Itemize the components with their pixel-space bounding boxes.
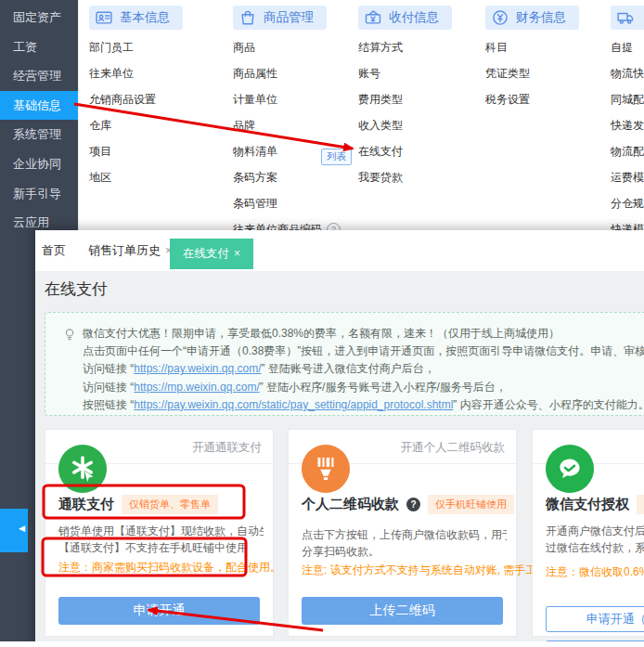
sidebar-item-5[interactable]: 企业协同: [0, 149, 78, 179]
menu-item[interactable]: 项目: [89, 139, 238, 165]
finance-icon: [491, 8, 509, 27]
shopping-bag-icon: [238, 8, 257, 27]
notice-line: 微信支付大优惠！限期申请，享受最低0.38%的费率，名额有限，速来！（仅用于线上…: [83, 325, 644, 343]
truck-icon: [616, 8, 635, 27]
page-title: 在线支付: [45, 278, 108, 300]
card-note: 注意：微信收取0.6%的手续费: [546, 564, 644, 580]
sidebar-item-1[interactable]: 工资: [0, 32, 78, 62]
menu-item[interactable]: 部门员工: [89, 35, 238, 61]
card-note: 注意: 该支付方式不支持与系统自动对账, 需手工添加: [302, 563, 559, 578]
menu-item[interactable]: 账号: [358, 61, 507, 87]
menu-column-4: 自提物流快同城配快递发物流配运费模分仓规快递模: [611, 0, 644, 242]
menu-column-0: 基本信息部门员工往来单位允销商品设置仓库项目地区: [89, 0, 238, 190]
card-description: 开通商户微信支付后，将微信 过微信在线付款，系统会直接: [546, 523, 644, 556]
menu-item[interactable]: 仓库: [89, 113, 238, 139]
help-icon[interactable]: ?: [406, 498, 420, 511]
tab-active-2[interactable]: 在线支付×: [170, 239, 253, 269]
notice-line: 点击页面中任何一个“申请开通（0.38费率）”按钮，进入到申请开通页面，按照页面…: [83, 343, 644, 360]
menu-item[interactable]: 地区: [89, 164, 238, 190]
id-card-icon: [95, 8, 113, 27]
menu-column-header: 基本信息: [89, 6, 183, 30]
pay-icon: [364, 8, 382, 27]
sidebar-item-0[interactable]: 固定资产: [0, 3, 78, 32]
bottom-strip: [0, 641, 644, 647]
menu-column-header: [611, 6, 644, 30]
tab-1[interactable]: 销售订单历史×: [88, 230, 172, 271]
card-header-label: 开通个人二维码收款: [401, 440, 506, 456]
notice-line: 访问链接 “https://mp.weixin.qq.com/” 登陆小程序/服…: [83, 379, 644, 396]
list-tag: 列表: [321, 149, 352, 165]
menu-column-header: 商品管理: [233, 6, 327, 30]
menu-item[interactable]: 运费模: [611, 164, 644, 190]
menu-column-header: 收付信息: [358, 6, 452, 30]
qrcode-scan-icon: [302, 445, 350, 493]
wechat-pay-icon: [546, 445, 594, 493]
notice-box: 微信支付大优惠！限期申请，享受最低0.38%的费率，名额有限，速来！（仅用于线上…: [45, 312, 644, 416]
online-payment-page: 首页销售订单历史×在线支付× 在线支付 微信支付大优惠！限期申请，享受最低0.3…: [35, 230, 644, 647]
menu-item[interactable]: 收入类型: [358, 113, 507, 139]
menu-item[interactable]: 物流快: [611, 61, 644, 87]
card-wechat-pay-auth: 微信支付授权 仅旺铺 开通商户微信支付后，将微信 过微信在线付款，系统会直接 注…: [532, 429, 644, 637]
wechat-protocol-link[interactable]: https://pay.weixin.qq.com/static/pay_set…: [134, 398, 453, 411]
notice-line: 按照链接 “https://pay.weixin.qq.com/static/p…: [83, 396, 644, 414]
sidebar-item-4[interactable]: 系统管理: [0, 120, 78, 149]
wechat-mp-link[interactable]: https://mp.weixin.qq.com/: [134, 381, 259, 394]
notice-line: 访问链接 “https://pay.weixin.qq.com/” 登陆账号进入…: [83, 360, 644, 378]
card-title: 通联支付: [58, 496, 114, 513]
card-description: 点击下方按钮，上传商户微信收款码，用于远程销货单 分享扫码收款。: [302, 526, 507, 560]
wechat-pay-merchant-link[interactable]: https://pay.weixin.qq.com/: [134, 362, 261, 375]
menu-item[interactable]: 允销商品设置: [89, 87, 238, 113]
card-note: 注意：商家需购买扫码收款设备，配合使用。: [58, 560, 281, 576]
menu-item[interactable]: 在线支付: [358, 139, 507, 165]
tab-close-icon[interactable]: ×: [234, 247, 240, 260]
sidebar-collapse-handle[interactable]: ◀: [0, 509, 28, 552]
menu-item[interactable]: 费用类型: [358, 87, 507, 113]
sidebar-item-3[interactable]: 基础信息: [0, 91, 78, 121]
bulb-icon: [62, 327, 77, 342]
tab-0[interactable]: 首页: [42, 230, 66, 271]
mega-menu-panel: 基本信息部门员工往来单位允销商品设置仓库项目地区商品管理商品商品属性计量单位品牌…: [78, 0, 644, 241]
menu-item[interactable]: 结算方式: [358, 35, 507, 61]
card-header-label: 开通通联支付: [192, 440, 262, 456]
menu-column-header: 财务信息: [485, 6, 579, 30]
card-badge: 仅旺铺: [637, 495, 644, 514]
menu-item[interactable]: 快递发: [611, 113, 644, 139]
card-personal-qrcode: 开通个人二维码收款 个人二维码收款 ? 仅手机旺铺使用 点击下方按钮，上传商户微…: [288, 429, 517, 637]
menu-item[interactable]: 同城配: [611, 87, 644, 113]
menu-item[interactable]: 分仓规: [611, 190, 644, 216]
card-badge: 仅销货单、零售单: [122, 495, 218, 514]
menu-item[interactable]: 自提: [611, 35, 644, 61]
sidebar-item-2[interactable]: 经营管理: [0, 61, 78, 91]
tab-bar: 首页销售订单历史×在线支付×: [35, 230, 644, 271]
card-allinpay: 开通通联支付 通联支付 仅销货单、零售单 销货单使用【通联支付】现结收款，自动生…: [45, 429, 274, 637]
apply-open-rate-button[interactable]: 申请开通（0.38费率）: [546, 606, 644, 632]
chevron-left-icon: ◀: [19, 524, 25, 533]
menu-item[interactable]: 物流配: [611, 139, 644, 165]
card-title: 个人二维码收款: [302, 496, 399, 513]
card-badge: 仅手机旺铺使用: [428, 495, 514, 514]
menu-item[interactable]: 往来单位: [89, 61, 238, 87]
card-description: 销货单使用【通联支付】现结收款，自动生成收款单 【通联支付】不支持在手机旺铺中使…: [58, 523, 264, 556]
sidebar-menu: 固定资产工资经营管理基础信息系统管理企业协同新手引导云应用: [0, 0, 78, 238]
allinpay-icon: [58, 445, 107, 493]
sidebar-item-6[interactable]: 新手引导: [0, 179, 78, 209]
menu-item[interactable]: 条码管理: [233, 190, 381, 216]
apply-open-button[interactable]: 申请开通: [58, 597, 260, 625]
menu-item[interactable]: 我要贷款: [358, 164, 507, 190]
card-title: 微信支付授权: [546, 496, 629, 513]
upload-qrcode-button[interactable]: 上传二维码: [302, 597, 503, 625]
menu-column-2: 收付信息结算方式账号费用类型收入类型在线支付我要贷款: [358, 0, 507, 190]
